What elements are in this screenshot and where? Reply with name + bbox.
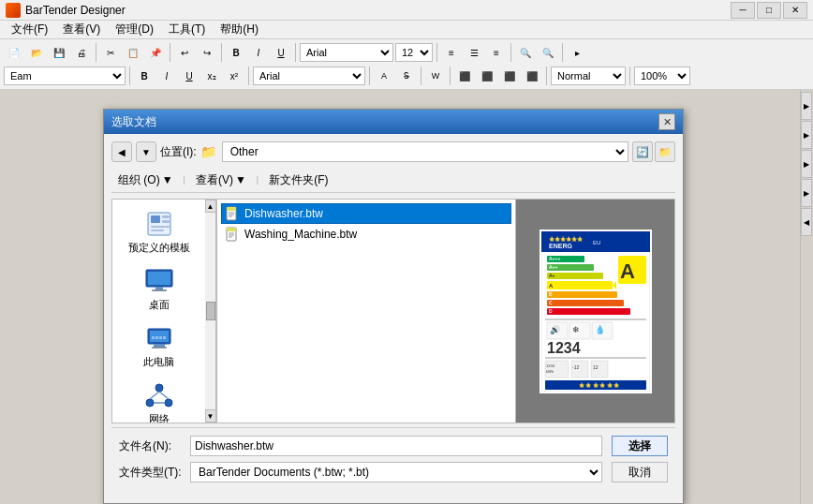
folder-nav-button[interactable]: 📁 [655, 141, 675, 162]
right-sidebar: ▶ ▶ ▶ ▶ ◀ [800, 90, 813, 504]
open-btn[interactable]: 📂 [26, 42, 47, 63]
app-icon [6, 3, 21, 18]
align-left-btn[interactable]: ≡ [441, 42, 462, 63]
filetype-combo[interactable]: BarTender Documents (*.btw; *.bt) [190, 462, 602, 482]
address-label: 位置(I): [160, 144, 197, 160]
font-size-combo[interactable]: 12 [395, 43, 433, 62]
scroll-thumb[interactable] [206, 302, 215, 320]
underline-btn[interactable]: U [271, 42, 291, 63]
file-item-dishwasher[interactable]: Dishwasher.btw [221, 203, 511, 224]
spacing-combo[interactable]: Normal [551, 67, 626, 85]
open-dialog: 选取文档 ✕ ◀ ▼ 位置(I): 📁 Other 🔄 📁 [103, 109, 684, 504]
save-btn[interactable]: 💾 [49, 42, 69, 63]
zoom-out-btn[interactable]: 🔍 [538, 42, 558, 63]
network-icon [144, 380, 174, 410]
sep10 [369, 67, 370, 85]
font-family-combo[interactable]: Arial [300, 43, 393, 62]
bold2-btn[interactable]: B [134, 66, 155, 86]
file-item-washing-machine[interactable]: Washing_Machine.btw [221, 224, 511, 245]
size-combo[interactable]: 100% [634, 67, 690, 85]
sub-btn[interactable]: x₂ [201, 66, 222, 86]
nav-item-computer[interactable]: 此电脑 [112, 318, 205, 375]
sidebar-tab-3[interactable]: ▶ [801, 150, 812, 178]
align-left2-btn[interactable]: ⬛ [454, 66, 475, 86]
refresh-button[interactable]: 🔄 [632, 141, 653, 162]
cancel-button[interactable]: 取消 [612, 462, 668, 482]
dialog-titlebar: 选取文档 ✕ [104, 110, 683, 134]
new-folder-button[interactable]: 新文件夹(F) [262, 170, 334, 190]
menu-help[interactable]: 帮助(H) [213, 20, 266, 39]
align3-btn[interactable]: ⬛ [499, 66, 520, 86]
sidebar-tab-4[interactable]: ▶ [801, 179, 812, 207]
sidebar-tab-1[interactable]: ▶ [801, 92, 812, 120]
minimize-button[interactable]: ─ [731, 2, 755, 19]
svg-text:B: B [549, 291, 553, 297]
dialog-bottom: 文件名(N): 选择 文件类型(T): BarTender Documents … [111, 427, 675, 496]
svg-point-19 [146, 399, 154, 407]
back-button[interactable]: ◀ [111, 141, 132, 162]
sep13 [546, 67, 547, 85]
word-wrap-btn[interactable]: W [425, 66, 446, 86]
sep9 [248, 67, 249, 85]
address-bar: ◀ ▼ 位置(I): 📁 Other 🔄 📁 [111, 141, 675, 162]
sidebar-tab-5[interactable]: ◀ [801, 208, 812, 236]
menu-view[interactable]: 查看(V) [55, 20, 108, 39]
cut-btn[interactable]: ✂ [100, 42, 121, 63]
dropdown-button[interactable]: ▼ [136, 141, 156, 162]
template-combo[interactable]: Eam [4, 67, 126, 85]
scroll-up-button[interactable]: ▲ [205, 200, 216, 213]
filename-input[interactable] [190, 436, 602, 456]
select-button[interactable]: 选择 [612, 436, 668, 456]
nav-item-templates[interactable]: 预定义的模板 [112, 203, 205, 260]
copy-btn[interactable]: 📋 [123, 42, 143, 63]
underline2-btn[interactable]: U [179, 66, 200, 86]
align-right-btn[interactable]: ≡ [486, 42, 507, 63]
close-button[interactable]: ✕ [783, 2, 807, 19]
sup-btn[interactable]: x² [224, 66, 244, 86]
maximize-button[interactable]: □ [757, 2, 781, 19]
svg-text:EU: EU [593, 240, 600, 245]
dialog-close-button[interactable]: ✕ [658, 113, 675, 130]
menu-file[interactable]: 文件(F) [4, 20, 55, 39]
redo-btn[interactable]: ↪ [197, 42, 217, 63]
organize-button[interactable]: 组织 (O) ▼ [111, 170, 180, 190]
computer-icon [144, 323, 174, 353]
new-btn[interactable]: 📄 [4, 42, 24, 63]
font-family2-combo[interactable]: Arial [253, 67, 365, 85]
svg-line-22 [159, 392, 169, 399]
svg-rect-2 [162, 215, 170, 218]
align4-btn[interactable]: ⬛ [522, 66, 542, 86]
more-btn[interactable]: ▸ [567, 42, 587, 63]
print-btn[interactable]: 🖨 [71, 42, 92, 63]
svg-rect-57 [547, 308, 630, 315]
align-center-btn[interactable]: ☰ [464, 42, 484, 63]
sep2 [170, 43, 170, 62]
color-btn[interactable]: A [374, 66, 394, 86]
filetype-row: 文件类型(T): BarTender Documents (*.btw; *.b… [119, 462, 668, 482]
italic2-btn[interactable]: I [156, 66, 177, 86]
templates-label: 预定义的模板 [128, 241, 190, 255]
paste-btn[interactable]: 📌 [145, 42, 166, 63]
strikethrough-btn[interactable]: S̶ [396, 66, 417, 86]
menu-tools[interactable]: 工具(T) [161, 20, 213, 39]
align2-btn[interactable]: ⬛ [477, 66, 497, 86]
scroll-down-button[interactable]: ▼ [205, 409, 216, 422]
svg-rect-8 [155, 287, 163, 289]
svg-rect-35 [227, 228, 236, 231]
desktop-icon [144, 266, 174, 296]
nav-panel: 预定义的模板 [111, 199, 205, 423]
bold-btn[interactable]: B [226, 42, 246, 63]
sidebar-tab-2[interactable]: ▶ [801, 121, 812, 149]
address-combo[interactable]: Other [222, 141, 628, 162]
menu-manage[interactable]: 管理(D) [108, 20, 161, 39]
sep12 [450, 67, 451, 85]
undo-btn[interactable]: ↩ [174, 42, 195, 63]
preview-inner: ⭐⭐⭐⭐⭐⭐ ENERG EU A+++ A++ [540, 230, 652, 393]
view-button[interactable]: 查看(V) ▼ [189, 170, 253, 190]
nav-item-network[interactable]: 网络 [112, 375, 205, 423]
zoom-in-btn[interactable]: 🔍 [515, 42, 536, 63]
nav-item-desktop[interactable]: 桌面 [112, 260, 205, 318]
svg-text:D: D [549, 308, 553, 314]
italic-btn[interactable]: I [248, 42, 269, 63]
filename-label: 文件名(N): [119, 438, 185, 454]
